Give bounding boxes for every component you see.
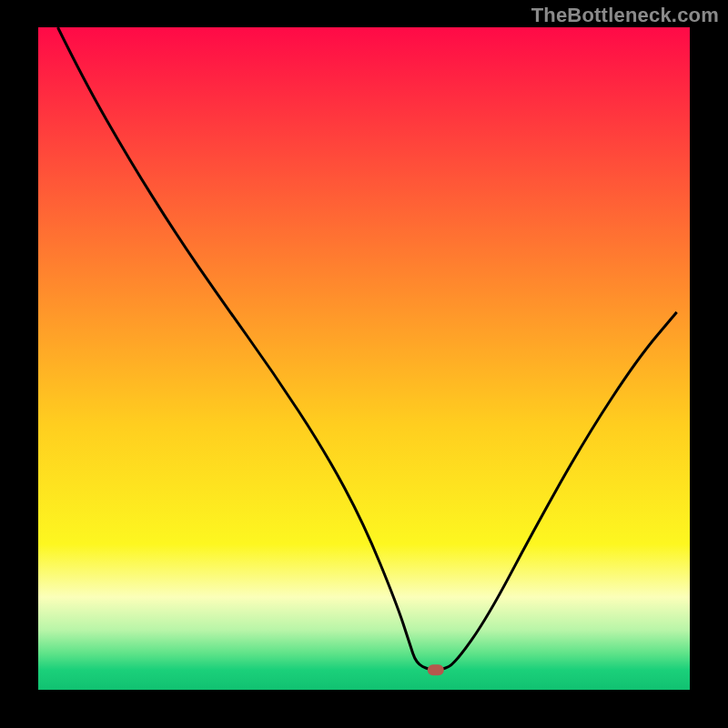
watermark-text: TheBottleneck.com	[531, 4, 719, 27]
chart-svg	[0, 0, 728, 728]
plot-area	[38, 27, 690, 690]
optimal-marker	[428, 664, 444, 675]
chart-container: TheBottleneck.com	[0, 0, 728, 728]
